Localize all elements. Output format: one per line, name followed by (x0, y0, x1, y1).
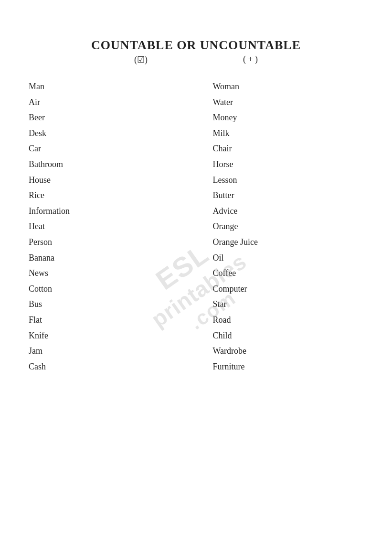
right-word-item: Orange (213, 219, 363, 234)
title-section: COUNTABLE OR UNCOUNTABLE (☑) ( + ) (29, 38, 363, 65)
right-word-item: Woman (213, 79, 363, 94)
left-word-item: Jam (29, 344, 179, 358)
left-word-item: Rice (29, 188, 179, 203)
content-area: ESL printables .com ManAirBeerDeskCarBat… (29, 79, 363, 374)
right-word-item: Star (213, 297, 363, 312)
left-word-item: Information (29, 204, 179, 219)
right-word-item: Furniture (213, 359, 363, 374)
left-word-item: Heat (29, 219, 179, 234)
left-word-item: House (29, 173, 179, 188)
left-word-item: Banana (29, 251, 179, 265)
right-word-item: Road (213, 313, 363, 327)
right-word-item: Butter (213, 188, 363, 203)
left-word-item: Bathroom (29, 157, 179, 172)
left-column: ManAirBeerDeskCarBathroomHouseRiceInform… (29, 79, 179, 374)
right-word-item: Orange Juice (213, 235, 363, 250)
left-word-item: Car (29, 141, 179, 156)
left-word-item: News (29, 266, 179, 281)
right-symbol: ( + ) (243, 54, 258, 65)
left-word-item: Beer (29, 110, 179, 125)
right-word-item: Chair (213, 141, 363, 156)
right-word-item: Child (213, 328, 363, 343)
right-word-item: Money (213, 110, 363, 125)
left-symbol: (☑) (134, 54, 148, 65)
left-word-item: Knife (29, 328, 179, 343)
left-word-item: Cash (29, 359, 179, 374)
right-word-item: Advice (213, 204, 363, 219)
right-word-item: Lesson (213, 173, 363, 188)
subtitle-row: (☑) ( + ) (29, 54, 363, 65)
right-word-item: Coffee (213, 266, 363, 281)
right-word-item: Computer (213, 282, 363, 296)
left-word-item: Bus (29, 297, 179, 312)
right-word-item: Milk (213, 126, 363, 141)
left-word-item: Flat (29, 313, 179, 327)
page-container: COUNTABLE OR UNCOUNTABLE (☑) ( + ) ESL p… (0, 0, 392, 558)
right-word-item: Oil (213, 251, 363, 265)
left-word-item: Person (29, 235, 179, 250)
main-title: COUNTABLE OR UNCOUNTABLE (29, 38, 363, 53)
right-column: WomanWaterMoneyMilkChairHorseLessonButte… (213, 79, 363, 374)
right-word-item: Water (213, 95, 363, 110)
left-word-item: Desk (29, 126, 179, 141)
right-word-item: Horse (213, 157, 363, 172)
left-word-item: Man (29, 79, 179, 94)
left-word-item: Cotton (29, 282, 179, 296)
left-word-item: Air (29, 95, 179, 110)
right-word-item: Wardrobe (213, 344, 363, 358)
